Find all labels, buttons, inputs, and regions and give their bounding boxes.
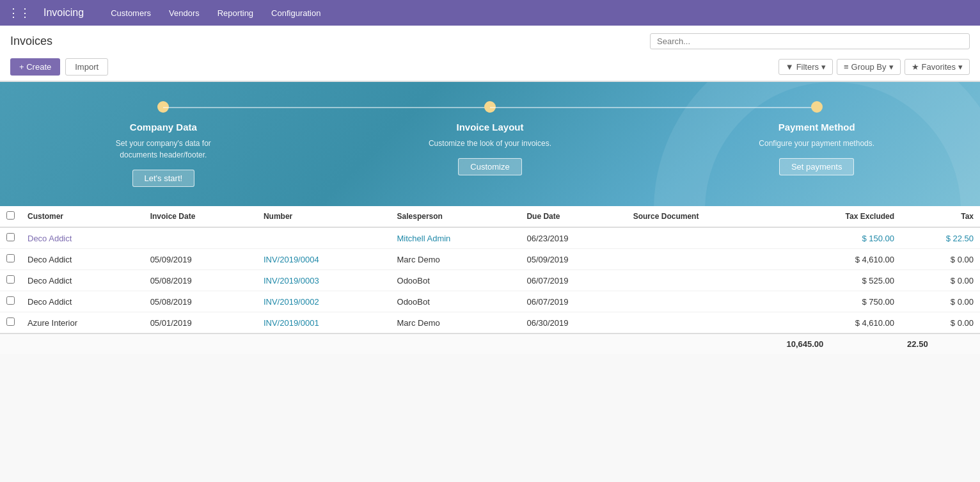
col-number[interactable]: Number	[257, 206, 391, 227]
toolbar-right: ▼ Filters ▾ ≡ Group By ▾ ★ Favorites ▾	[778, 59, 970, 75]
search-input[interactable]	[650, 33, 970, 49]
step2-button[interactable]: Customize	[458, 158, 521, 175]
step1-desc: Set your company's data for documents he…	[99, 138, 227, 161]
cell-customer: Azure Interior	[21, 312, 144, 334]
filter-icon: ▼	[786, 62, 794, 72]
col-tax-excluded[interactable]: Tax Excluded	[780, 206, 901, 227]
row-checkbox[interactable]	[6, 254, 15, 262]
cell-tax-excluded[interactable]: $ 150.00	[780, 227, 901, 249]
cell-salesperson[interactable]: Mitchell Admin	[391, 227, 521, 249]
step3-circle	[811, 101, 823, 113]
totals-row: 10,645.00 22.50	[0, 333, 980, 354]
cell-number[interactable]: INV/2019/0001	[257, 312, 391, 334]
invoices-table-container: Customer Invoice Date Number Salesperson…	[0, 206, 980, 354]
cell-source-document	[627, 312, 780, 334]
page-header: Invoices	[0, 26, 980, 54]
groupby-label: Group By	[851, 62, 887, 72]
table-row: Deco Addict05/08/2019INV/2019/0003OdooBo…	[0, 270, 980, 291]
totals-label	[0, 333, 780, 354]
row-checkbox-cell	[0, 270, 21, 291]
cell-salesperson: OdooBot	[391, 270, 521, 291]
cell-source-document	[627, 227, 780, 249]
nav-vendors[interactable]: Vendors	[161, 4, 207, 22]
banner-step-payment: Payment Method Configure your payment me…	[653, 101, 980, 175]
nav-customers[interactable]: Customers	[103, 4, 159, 22]
row-checkbox[interactable]	[6, 296, 15, 305]
cell-tax[interactable]: $ 22.50	[901, 227, 980, 249]
apps-grid-icon[interactable]: ⋮⋮	[8, 6, 31, 20]
groupby-button[interactable]: ≡ Group By ▾	[837, 59, 901, 75]
nav-reporting[interactable]: Reporting	[210, 4, 261, 22]
step1-title: Company Data	[130, 122, 197, 133]
star-icon: ★	[912, 62, 919, 72]
cell-due-date: 06/07/2019	[520, 291, 626, 312]
col-source-document[interactable]: Source Document	[627, 206, 780, 227]
col-salesperson[interactable]: Salesperson	[391, 206, 521, 227]
cell-customer: Deco Addict	[21, 249, 144, 270]
cell-invoice-date	[144, 227, 257, 249]
step3-title: Payment Method	[778, 122, 855, 133]
groupby-chevron-icon: ▾	[889, 62, 894, 72]
table-row: Deco AddictMitchell Admin06/23/2019$ 150…	[0, 227, 980, 249]
cell-invoice-date: 05/08/2019	[144, 270, 257, 291]
filters-label: Filters	[796, 62, 819, 72]
create-button[interactable]: + Create	[10, 58, 60, 76]
cell-salesperson: Marc Demo	[391, 249, 521, 270]
favorites-button[interactable]: ★ Favorites ▾	[905, 59, 970, 75]
cell-tax-excluded: $ 750.00	[780, 291, 901, 312]
cell-customer[interactable]: Deco Addict	[21, 227, 144, 249]
cell-due-date: 05/09/2019	[520, 249, 626, 270]
banner-step-layout: Invoice Layout Customize the look of you…	[327, 101, 654, 175]
favorites-label: Favorites	[922, 62, 956, 72]
cell-due-date: 06/30/2019	[520, 312, 626, 334]
invoices-table: Customer Invoice Date Number Salesperson…	[0, 206, 980, 354]
row-checkbox[interactable]	[6, 275, 15, 284]
step2-desc: Customize the look of your invoices.	[429, 138, 551, 149]
step1-button[interactable]: Let's start!	[132, 170, 195, 187]
table-row: Deco Addict05/08/2019INV/2019/0002OdooBo…	[0, 291, 980, 312]
page-title: Invoices	[10, 35, 52, 48]
import-button[interactable]: Import	[65, 58, 108, 76]
cell-source-document	[627, 270, 780, 291]
table-header-row: Customer Invoice Date Number Salesperson…	[0, 206, 980, 227]
cell-invoice-date: 05/09/2019	[144, 249, 257, 270]
main-navigation: Customers Vendors Reporting Configuratio…	[103, 4, 328, 22]
nav-configuration[interactable]: Configuration	[264, 4, 328, 22]
filters-button[interactable]: ▼ Filters ▾	[778, 59, 833, 75]
cell-tax-excluded: $ 4,610.00	[780, 249, 901, 270]
cell-customer: Deco Addict	[21, 270, 144, 291]
table-body: Deco AddictMitchell Admin06/23/2019$ 150…	[0, 227, 980, 333]
cell-number[interactable]: INV/2019/0004	[257, 249, 391, 270]
step3-button[interactable]: Set payments	[779, 158, 855, 175]
row-checkbox[interactable]	[6, 233, 15, 241]
select-all-checkbox[interactable]	[6, 211, 15, 220]
col-tax[interactable]: Tax	[901, 206, 980, 227]
toolbar-left: + Create Import	[10, 58, 108, 76]
col-invoice-date[interactable]: Invoice Date	[144, 206, 257, 227]
app-title: Invoicing	[43, 7, 84, 19]
col-due-date[interactable]: Due Date	[520, 206, 626, 227]
select-all-header[interactable]	[0, 206, 21, 227]
banner-step-company: Company Data Set your company's data for…	[0, 101, 327, 187]
table-row: Deco Addict05/09/2019INV/2019/0004Marc D…	[0, 249, 980, 270]
row-checkbox[interactable]	[6, 317, 15, 326]
cell-customer: Deco Addict	[21, 291, 144, 312]
cell-number[interactable]: INV/2019/0002	[257, 291, 391, 312]
toolbar: + Create Import ▼ Filters ▾ ≡ Group By ▾…	[0, 54, 980, 81]
cell-number[interactable]: INV/2019/0003	[257, 270, 391, 291]
top-navigation: ⋮⋮ Invoicing Customers Vendors Reporting…	[0, 0, 980, 26]
cell-salesperson: Marc Demo	[391, 312, 521, 334]
cell-source-document	[627, 249, 780, 270]
favorites-chevron-icon: ▾	[958, 62, 963, 72]
row-checkbox-cell	[0, 227, 21, 249]
cell-due-date: 06/23/2019	[520, 227, 626, 249]
cell-tax: $ 0.00	[901, 312, 980, 334]
cell-tax-excluded: $ 4,610.00	[780, 312, 901, 334]
col-customer[interactable]: Customer	[21, 206, 144, 227]
header-area: Invoices + Create Import ▼ Filters ▾ ≡ G…	[0, 26, 980, 82]
total-tax-excluded: 10,645.00	[780, 333, 901, 354]
cell-tax-excluded: $ 525.00	[780, 270, 901, 291]
step3-desc: Configure your payment methods.	[759, 138, 874, 149]
cell-tax: $ 0.00	[901, 291, 980, 312]
cell-tax: $ 0.00	[901, 270, 980, 291]
